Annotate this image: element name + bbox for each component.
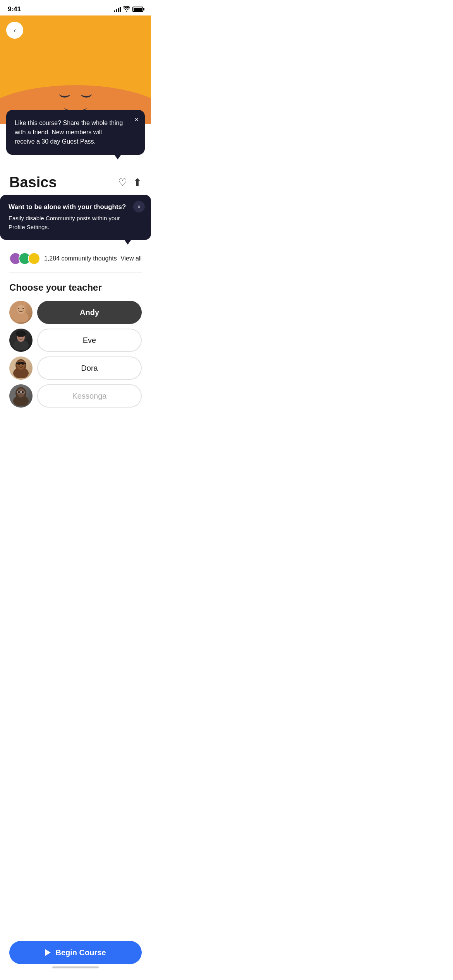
course-title-row: Basics ♡ ⬆ — [9, 166, 142, 191]
back-arrow-icon: ‹ — [14, 27, 16, 34]
teacher-avatar-dora — [9, 356, 33, 380]
wifi-icon — [123, 6, 130, 13]
status-time: 9:41 — [8, 5, 21, 13]
content-area: Basics ♡ ⬆ × Want to be alone with your … — [0, 166, 151, 273]
tooltip-share-text: Like this course? Share the whole thing … — [15, 120, 123, 145]
teacher-item-eve[interactable]: Eve — [9, 329, 142, 352]
community-avatar-3 — [28, 252, 40, 265]
teacher-item-andy[interactable]: Andy — [9, 301, 142, 324]
svg-point-3 — [17, 305, 25, 314]
svg-point-9 — [16, 331, 26, 337]
tooltip-community: × Want to be alone with your thoughts? E… — [0, 195, 151, 240]
teacher-avatar-eve — [9, 329, 33, 352]
svg-point-15 — [18, 363, 20, 365]
tooltip-community-title: Want to be alone with your thoughts? — [9, 203, 128, 211]
svg-point-20 — [18, 391, 20, 393]
tooltip-community-text: Easily disable Community posts within yo… — [9, 214, 128, 231]
svg-point-4 — [18, 308, 19, 309]
tooltip-share: × Like this course? Share the whole thin… — [6, 110, 145, 155]
hero-section: ‹ × Like this course? Share the whole th… — [0, 15, 151, 124]
teacher-avatar-andy — [9, 301, 33, 324]
community-left: 1,284 community thoughts — [9, 252, 117, 265]
community-avatars — [9, 252, 40, 265]
character-eyes — [59, 91, 92, 98]
teacher-section: Choose your teacher Andy — [0, 282, 151, 408]
view-all-button[interactable]: View all — [120, 255, 142, 262]
teacher-avatar-kessonga — [9, 384, 33, 408]
teacher-name-kessonga[interactable]: Kessonga — [37, 384, 142, 408]
tooltip-share-close[interactable]: × — [134, 116, 139, 123]
svg-point-10 — [18, 336, 20, 337]
community-count: 1,284 community thoughts — [44, 255, 117, 262]
teacher-name-andy[interactable]: Andy — [37, 301, 142, 324]
eye-left — [59, 91, 70, 98]
teacher-item-dora[interactable]: Dora — [9, 356, 142, 380]
teacher-name-dora[interactable]: Dora — [37, 356, 142, 380]
character-face — [59, 91, 92, 112]
svg-point-16 — [22, 363, 24, 365]
status-icons — [114, 6, 143, 13]
svg-point-14 — [17, 360, 25, 370]
course-title: Basics — [9, 174, 57, 191]
svg-point-19 — [17, 388, 25, 397]
tooltip-community-close[interactable]: × — [133, 201, 145, 212]
heart-button[interactable]: ♡ — [118, 176, 127, 188]
divider — [9, 272, 142, 273]
svg-point-11 — [22, 336, 24, 337]
share-button[interactable]: ⬆ — [133, 176, 142, 188]
battery-icon — [132, 7, 143, 12]
teacher-heading: Choose your teacher — [9, 282, 142, 293]
community-row: 1,284 community thoughts View all — [9, 245, 142, 272]
teacher-name-eve[interactable]: Eve — [37, 329, 142, 352]
title-actions: ♡ ⬆ — [118, 176, 142, 188]
status-bar: 9:41 — [0, 0, 151, 15]
spacer — [0, 408, 151, 454]
teacher-item-kessonga[interactable]: Kessonga — [9, 384, 142, 408]
back-button[interactable]: ‹ — [6, 22, 23, 39]
svg-point-5 — [22, 308, 24, 309]
eye-right — [81, 91, 92, 98]
teacher-list: Andy Eve — [9, 301, 142, 408]
svg-point-21 — [22, 391, 24, 393]
signal-icon — [114, 7, 121, 12]
